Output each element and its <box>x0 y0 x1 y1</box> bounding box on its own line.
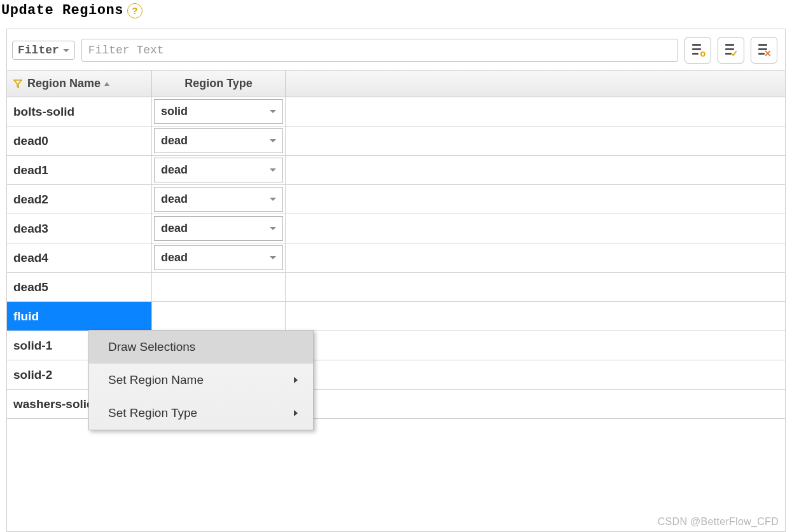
region-type-dropdown[interactable]: dead <box>154 245 283 270</box>
region-type-cell: solid <box>152 97 286 126</box>
context-menu-item[interactable]: Set Region Name <box>89 364 313 397</box>
title-bar: Update Regions ? <box>0 0 792 24</box>
region-type-dropdown[interactable]: dead <box>154 187 283 212</box>
column-header-spacer <box>286 71 785 97</box>
table-row[interactable]: dead0dead <box>7 126 785 156</box>
region-type-value: dead <box>161 251 188 264</box>
region-type-dropdown[interactable]: dead <box>154 216 283 241</box>
region-type-header-label: Region Type <box>184 77 253 90</box>
region-type-cell: dead <box>152 243 286 272</box>
filter-dropdown-button[interactable]: Filter <box>12 41 75 60</box>
submenu-arrow-icon <box>294 410 298 416</box>
list-select-circle-button[interactable]: o <box>684 37 711 64</box>
filter-row: Filter o ✓ ✕ <box>7 29 785 70</box>
region-type-cell <box>152 302 286 331</box>
region-name-cell[interactable]: dead5 <box>7 273 152 301</box>
region-type-cell <box>152 273 286 301</box>
chevron-down-icon <box>270 139 276 142</box>
chevron-down-icon <box>63 49 69 52</box>
context-menu: Draw SelectionsSet Region NameSet Region… <box>88 330 314 430</box>
region-type-value: dead <box>161 193 188 206</box>
region-type-value: dead <box>161 163 188 177</box>
region-type-dropdown[interactable]: dead <box>154 158 283 182</box>
list-x-icon: ✕ <box>757 43 771 57</box>
region-type-value: dead <box>161 134 188 147</box>
region-type-dropdown[interactable]: dead <box>154 128 283 153</box>
help-icon[interactable]: ? <box>127 3 142 18</box>
table-header: Region Name Region Type <box>7 71 785 97</box>
region-name-header-label: Region Name <box>27 77 101 90</box>
region-name-cell[interactable]: dead2 <box>7 185 152 214</box>
filter-action-group: o ✓ ✕ <box>684 37 777 64</box>
list-circle-icon: o <box>691 43 705 57</box>
region-name-cell[interactable]: fluid <box>7 302 152 331</box>
filter-text-input[interactable] <box>81 39 678 62</box>
context-menu-label: Set Region Name <box>108 373 204 387</box>
region-type-cell: dead <box>152 185 286 214</box>
region-name-cell[interactable]: dead4 <box>7 243 152 272</box>
table-row[interactable]: dead1dead <box>7 156 785 185</box>
region-type-value: solid <box>161 105 188 118</box>
page-title: Update Regions <box>1 3 123 18</box>
table-row[interactable]: fluid <box>7 302 785 331</box>
region-type-value: dead <box>161 222 188 235</box>
context-menu-label: Draw Selections <box>108 340 195 354</box>
table-row[interactable]: dead3dead <box>7 214 785 243</box>
region-name-cell[interactable]: bolts-solid <box>7 97 152 126</box>
list-check-icon: ✓ <box>724 43 738 57</box>
list-clear-button[interactable]: ✕ <box>751 37 777 64</box>
table-row[interactable]: bolts-solidsolid <box>7 97 785 126</box>
sort-asc-icon <box>104 82 109 86</box>
table-row[interactable]: dead4dead <box>7 243 785 273</box>
table-row[interactable]: dead2dead <box>7 185 785 214</box>
context-menu-label: Set Region Type <box>108 406 197 420</box>
column-header-region-name[interactable]: Region Name <box>7 71 152 97</box>
chevron-down-icon <box>270 110 276 113</box>
region-type-cell: dead <box>152 126 286 155</box>
region-name-cell[interactable]: dead1 <box>7 156 152 184</box>
chevron-down-icon <box>270 198 276 201</box>
table-row[interactable]: dead5 <box>7 273 785 302</box>
context-menu-item[interactable]: Set Region Type <box>89 397 313 430</box>
region-name-cell[interactable]: dead3 <box>7 214 152 243</box>
region-type-cell: dead <box>152 156 286 184</box>
context-menu-item[interactable]: Draw Selections <box>89 331 313 364</box>
region-type-dropdown[interactable]: solid <box>154 99 283 124</box>
regions-panel: Filter o ✓ ✕ <box>6 29 786 532</box>
filter-button-label: Filter <box>18 44 59 57</box>
list-select-check-button[interactable]: ✓ <box>718 37 744 64</box>
region-name-cell[interactable]: dead0 <box>7 126 152 155</box>
chevron-down-icon <box>270 256 276 259</box>
column-header-region-type[interactable]: Region Type <box>152 71 286 97</box>
submenu-arrow-icon <box>294 377 298 383</box>
chevron-down-icon <box>270 168 276 172</box>
region-type-cell: dead <box>152 214 286 243</box>
watermark: CSDN @BetterFlow_CFD <box>658 516 779 528</box>
funnel-icon <box>13 79 22 88</box>
chevron-down-icon <box>270 227 276 230</box>
